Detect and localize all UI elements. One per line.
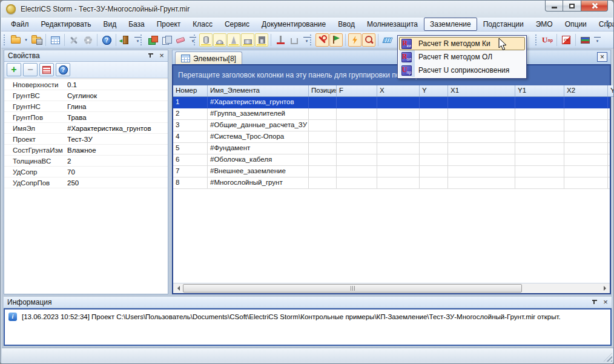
menu-item-Заземление[interactable]: Заземление [424,18,477,31]
column-header-Имя_Элемента[interactable]: Имя_Элемента [208,85,309,96]
property-value[interactable]: Влажное [67,147,168,154]
menu-item-База[interactable]: База [122,18,151,31]
property-row: СостГрунтаИзмВлажное [4,145,168,156]
bluegrid-icon[interactable] [381,33,394,47]
property-value[interactable]: Суглинок [67,92,168,99]
table-row[interactable]: 1#Характеристика_грунтов [173,97,610,108]
property-value[interactable]: #Характеристика_грунтов [67,125,168,132]
bolt-icon[interactable] [348,33,361,47]
menu-item-Редактировать[interactable]: Редактировать [35,18,97,31]
tab-close-button[interactable]: × [597,52,607,62]
help-icon[interactable]: ? [100,33,113,47]
resize-grip[interactable] [604,353,612,362]
zoom-icon[interactable] [362,33,375,47]
help-button[interactable]: ? [56,63,70,76]
menu-item-Вид[interactable]: Вид [97,18,122,31]
exit-icon[interactable] [119,33,132,47]
layers-icon[interactable] [146,33,159,47]
wrench-icon[interactable] [315,33,329,47]
column-header-X2[interactable]: X2 [564,85,608,96]
toolbar-overflow-icon[interactable]: ▾ [594,37,601,44]
menu-item-Сервис[interactable]: Сервис [219,18,256,31]
table-row[interactable]: 8#Многослойный_грунт [173,177,610,189]
column-header-Y1[interactable]: Y1 [515,85,564,96]
property-value[interactable]: Трава [67,114,168,121]
property-value[interactable]: Глина [67,103,168,110]
properties-close-icon[interactable]: × [158,52,165,59]
elements-grid: Перетащите заголовок колонки на эту пане… [172,64,611,294]
menu-item-Расчет R методом ОЛ[interactable]: RолРасчет R методом ОЛ [399,50,525,64]
building-icon[interactable] [255,33,268,47]
table-row[interactable]: 3#Общие_данные_расчета_ЗУ [173,120,610,131]
maximize-button[interactable] [563,1,581,12]
cell-element-name: #Группа_заземлителей [208,108,309,120]
copy-icon[interactable] [160,33,173,47]
info-close-icon[interactable]: × [602,299,609,306]
remove-button[interactable]: − [23,63,38,76]
flag-icon[interactable] [329,33,343,47]
minimize-button[interactable] [545,1,563,12]
open-icon[interactable] [9,33,22,47]
property-value[interactable]: 70 [67,168,168,176]
cone-icon[interactable] [227,33,240,47]
table-row[interactable]: 4#Система_Трос-Опора [173,131,610,143]
tab-elements[interactable]: Элементы[8] [175,51,242,65]
property-value[interactable]: Тест-ЗУ [67,136,168,143]
menu-item-Подстанции[interactable]: Подстанции [477,18,530,31]
table-row[interactable]: 5#Фундамент [173,143,610,154]
property-value[interactable]: 2 [67,157,168,165]
menu-item-Опции[interactable]: Опции [559,18,593,31]
grip-handle[interactable] [194,35,197,45]
grip-handle[interactable] [310,35,313,45]
menu-item-Молниезащита[interactable]: Молниезащита [361,18,424,31]
column-header-Y[interactable]: Y [420,85,448,96]
scrollbar-thumb[interactable] [183,284,522,293]
menu-item-ЭМО[interactable]: ЭМО [530,18,559,31]
table-row[interactable]: 2#Группа_заземлителей [173,108,610,120]
column-header-Номер[interactable]: Номер [173,85,208,96]
column-header-Y[interactable]: Y [608,85,614,96]
grip-handle[interactable] [140,35,144,45]
menu-item-Класс[interactable]: Класс [187,18,219,31]
table-row[interactable]: 6#Оболочка_кабеля [173,154,610,166]
bracket-icon[interactable] [288,33,301,47]
colors-icon[interactable] [578,33,592,47]
property-value[interactable]: 250 [67,179,168,187]
settings-icon[interactable] [81,33,94,47]
eraser-icon[interactable] [174,33,187,47]
save-icon[interactable] [30,33,43,47]
menu-item-Проект[interactable]: Проект [151,18,187,31]
upr-icon[interactable]: Uпр [541,33,554,47]
rod-icon[interactable] [274,33,287,47]
grip-handle[interactable] [4,35,7,45]
menu-overflow-icon[interactable] [604,19,611,29]
cell-empty [608,143,610,154]
open-dropdown-caret[interactable]: ▾ [23,38,29,42]
grip-handle[interactable] [535,35,538,45]
horizontal-scrollbar[interactable] [173,283,610,293]
scroll-left-arrow[interactable] [173,283,183,293]
close-button[interactable] [581,1,608,12]
list-button[interactable] [39,63,54,76]
svt-icon[interactable]: СВ [560,33,573,47]
cylinder-icon[interactable] [199,33,213,47]
add-button[interactable]: + [7,63,21,76]
property-value[interactable]: 0.1 [67,81,168,88]
menu-item-Расчет U соприкосновения[interactable]: UпрРасчет U соприкосновения [399,64,525,77]
menu-item-Файл[interactable]: Файл [5,18,35,31]
menu-item-Документирование[interactable]: Документирование [256,18,332,31]
column-header-F[interactable]: F [337,85,377,96]
table-icon[interactable] [48,33,62,47]
column-header-X1[interactable]: X1 [448,85,515,96]
dome-icon[interactable] [213,33,226,47]
tab-elements-label: Элементы[8] [193,55,236,63]
menu-item-Ввод[interactable]: Ввод [332,18,361,31]
tools-icon[interactable] [67,33,81,47]
box-icon[interactable] [241,33,254,47]
table-row[interactable]: 7#Внешнее_заземление [173,166,610,177]
column-header-Позиция[interactable]: Позиция [309,85,337,96]
info-pin-icon[interactable] [591,299,598,306]
column-header-X[interactable]: X [377,85,420,96]
scroll-right-arrow[interactable] [599,283,610,293]
pin-icon[interactable] [147,52,154,59]
